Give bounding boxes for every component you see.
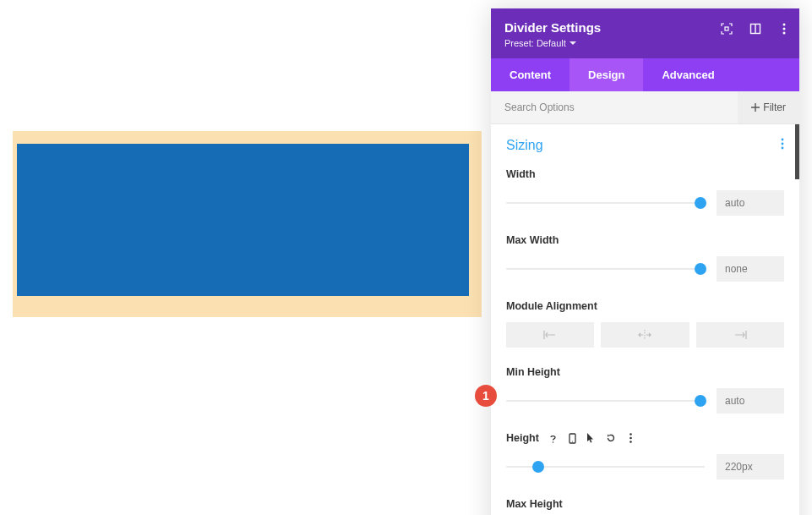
max-height-label: Max Height <box>506 498 563 510</box>
tab-design[interactable]: Design <box>569 58 643 91</box>
svg-point-5 <box>783 32 786 35</box>
search-input[interactable] <box>491 91 738 123</box>
height-slider[interactable] <box>506 460 705 474</box>
align-left-button[interactable] <box>506 322 594 348</box>
section-more-icon[interactable] <box>781 138 784 153</box>
svg-point-15 <box>629 433 632 436</box>
reset-icon[interactable] <box>606 433 617 444</box>
more-vert-icon[interactable] <box>625 433 636 444</box>
settings-panel: Divider Settings Preset: Default Content… <box>491 8 799 515</box>
preset-dropdown[interactable]: Preset: Default <box>504 38 786 48</box>
field-alignment: Module Alignment <box>506 300 784 348</box>
min-height-label: Min Height <box>506 366 560 378</box>
field-max-height: Max Height <box>506 498 784 515</box>
svg-point-4 <box>783 28 786 30</box>
svg-point-17 <box>629 441 632 443</box>
search-row: Filter <box>491 91 799 124</box>
align-center-button[interactable] <box>601 322 689 348</box>
width-value[interactable] <box>717 190 784 216</box>
height-label: Height <box>506 432 539 444</box>
svg-point-12 <box>553 441 554 443</box>
tab-advanced[interactable]: Advanced <box>643 58 733 91</box>
help-icon[interactable] <box>548 433 559 444</box>
max-width-label: Max Width <box>506 234 559 246</box>
max-width-value[interactable] <box>717 256 784 282</box>
svg-point-6 <box>782 139 784 141</box>
snap-icon[interactable] <box>749 22 762 36</box>
divider-preview <box>17 144 469 296</box>
field-max-width: Max Width <box>506 234 784 282</box>
more-vert-icon[interactable] <box>777 22 791 36</box>
svg-point-7 <box>782 143 784 145</box>
panel-header: Divider Settings Preset: Default <box>491 8 799 58</box>
width-slider[interactable] <box>506 196 705 210</box>
height-value[interactable] <box>717 454 784 479</box>
min-height-value[interactable] <box>717 388 784 414</box>
scrollbar[interactable] <box>795 124 799 179</box>
svg-rect-0 <box>725 27 728 30</box>
expand-icon[interactable] <box>720 22 733 36</box>
width-label: Width <box>506 168 536 180</box>
tab-content[interactable]: Content <box>491 58 569 91</box>
plus-icon <box>751 103 760 112</box>
panel-body: Sizing Width Max Width Module Alignment <box>491 124 799 515</box>
svg-point-16 <box>629 437 632 440</box>
alignment-label: Module Alignment <box>506 300 597 312</box>
svg-point-8 <box>782 147 784 150</box>
canvas-preview <box>13 131 482 317</box>
hover-icon[interactable] <box>586 433 597 444</box>
min-height-slider[interactable] <box>506 394 705 408</box>
section-title: Sizing <box>506 138 543 153</box>
max-width-slider[interactable] <box>506 262 705 276</box>
preset-label: Preset: Default <box>504 38 566 48</box>
filter-label: Filter <box>763 101 786 113</box>
align-right-button[interactable] <box>696 322 784 348</box>
svg-point-3 <box>783 24 786 26</box>
field-height: Height <box>506 432 784 479</box>
tabs: Content Design Advanced <box>491 58 799 91</box>
svg-point-14 <box>572 441 573 441</box>
filter-button[interactable]: Filter <box>738 91 799 123</box>
annotation-1: 1 <box>475 385 497 407</box>
responsive-icon[interactable] <box>567 433 578 444</box>
field-min-height: Min Height <box>506 366 784 414</box>
chevron-down-icon <box>569 40 576 47</box>
field-width: Width <box>506 168 784 216</box>
